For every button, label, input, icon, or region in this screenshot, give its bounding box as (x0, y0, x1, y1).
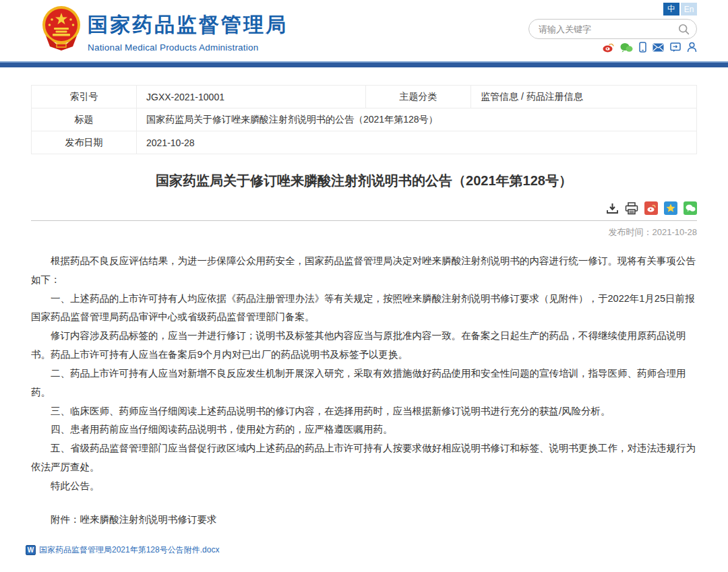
page-title: 国家药监局关于修订唑来膦酸注射剂说明书的公告（2021年第128号） (31, 172, 697, 190)
search-input[interactable] (539, 24, 678, 34)
meta-value-pubdate: 2021-10-28 (137, 131, 697, 154)
download-icon[interactable] (606, 202, 619, 215)
social-icon-row (603, 42, 697, 53)
article-paragraph: 根据药品不良反应评估结果，为进一步保障公众用药安全，国家药品监督管理局决定对唑来… (31, 252, 697, 290)
lang-zh-button[interactable]: 中 (663, 3, 679, 15)
share-weibo-icon[interactable] (644, 201, 658, 215)
attachment-download-link[interactable]: W 国家药品监督管理局2021年第128号公告附件.docx (26, 544, 219, 556)
meta-value-category: 监管信息 / 药品注册信息 (471, 86, 697, 108)
page: 国家药品监督管理局 National Medical Products Admi… (0, 0, 728, 572)
article-paragraph: 一、上述药品的上市许可持有人均应依据《药品注册管理办法》等有关规定，按照唑来膦酸… (31, 290, 697, 327)
site-search (528, 19, 697, 39)
wechat-icon[interactable] (620, 42, 633, 53)
signature-org: 国家药监局 (31, 568, 697, 572)
article-paragraph: 四、患者用药前应当仔细阅读药品说明书，使用处方药的，应严格遵医嘱用药。 (31, 420, 697, 439)
word-doc-icon: W (26, 545, 36, 555)
main-content: 索引号 JGXX-2021-10001 主题分类 监管信息 / 药品注册信息 标… (0, 85, 728, 572)
meta-value-title: 国家药监局关于修订唑来膦酸注射剂说明书的公告（2021年第128号） (137, 108, 697, 131)
article-paragraph: 特此公告。 (31, 477, 697, 496)
weibo-icon[interactable] (603, 42, 614, 53)
print-icon[interactable] (625, 202, 638, 215)
header-divider-bar (0, 61, 728, 67)
article-toolbar (31, 201, 697, 216)
message-icon[interactable] (670, 42, 681, 53)
article-paragraph: 二、药品上市许可持有人应当对新增不良反应发生机制开展深入研究，采取有效措施做好药… (31, 364, 697, 402)
language-toggle: 中 En (663, 3, 697, 15)
meta-value-index: JGXX-2021-10001 (137, 86, 366, 108)
lang-en-button[interactable]: En (681, 3, 697, 15)
article-paragraph: 修订内容涉及药品标签的，应当一并进行修订；说明书及标签其他内容应当与原批准内容一… (31, 327, 697, 364)
mobile-icon[interactable] (639, 42, 646, 53)
document-meta-table: 索引号 JGXX-2021-10001 主题分类 监管信息 / 药品注册信息 标… (31, 85, 697, 154)
attachment-line: 附件：唑来膦酸注射剂说明书修订要求 (31, 513, 697, 526)
article-body: 根据药品不良反应评估结果，为进一步保障公众用药安全，国家药品监督管理局决定对唑来… (31, 252, 697, 496)
site-header: 国家药品监督管理局 National Medical Products Admi… (0, 0, 728, 61)
article-paragraph: 五、省级药品监督管理部门应当督促行政区域内上述药品的药品上市许可持有人按要求做好… (31, 439, 697, 477)
table-row: 发布日期 2021-10-28 (32, 131, 697, 154)
title-divider (31, 220, 697, 221)
user-icon[interactable] (687, 42, 697, 53)
mail-icon[interactable] (653, 43, 664, 52)
table-row: 索引号 JGXX-2021-10001 主题分类 监管信息 / 药品注册信息 (32, 86, 697, 108)
signature-block: 国家药监局 2021年10月26日 (31, 568, 697, 572)
national-emblem-logo (39, 5, 84, 53)
org-name-zh: 国家药品监督管理局 (88, 11, 288, 39)
share-qzone-icon[interactable] (664, 201, 677, 215)
article-paragraph: 三、临床医师、药师应当仔细阅读上述药品说明书的修订内容，在选择用药时，应当根据新… (31, 402, 697, 421)
meta-label-pubdate: 发布日期 (32, 131, 137, 154)
search-icon[interactable] (678, 24, 690, 35)
org-title-block: 国家药品监督管理局 National Medical Products Admi… (88, 11, 288, 53)
share-wechat-icon[interactable] (684, 201, 697, 215)
meta-label-title: 标题 (32, 108, 137, 131)
table-row: 标题 国家药监局关于修订唑来膦酸注射剂说明书的公告（2021年第128号） (32, 108, 697, 131)
meta-label-index: 索引号 (32, 86, 137, 108)
meta-label-category: 主题分类 (366, 86, 471, 108)
org-name-en: National Medical Products Administration (88, 42, 288, 53)
attachment-link-text[interactable]: 国家药品监督管理局2021年第128号公告附件.docx (39, 544, 219, 556)
publish-time: 发布时间：2021-10-28 (31, 226, 697, 239)
